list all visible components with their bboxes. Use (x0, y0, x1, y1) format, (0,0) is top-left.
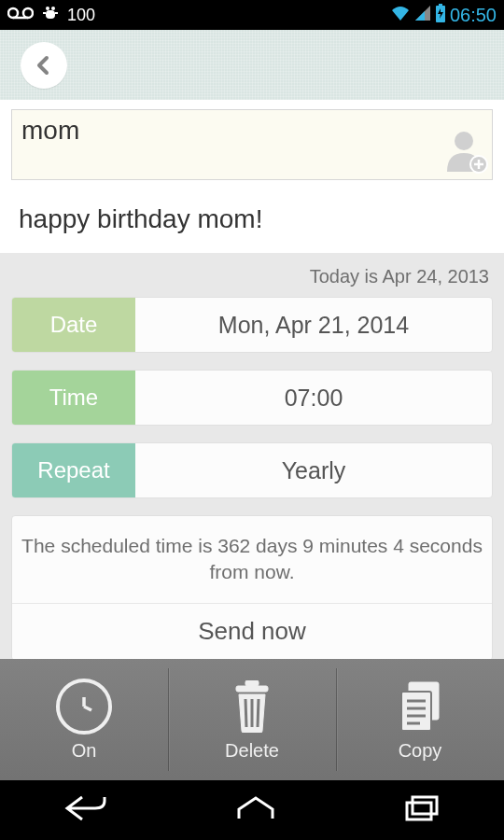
contact-add-icon (441, 127, 488, 174)
time-value: 07:00 (135, 371, 492, 425)
app-header (0, 30, 504, 100)
today-date-label: Today is Apr 24, 2013 (11, 253, 493, 297)
date-row[interactable]: Date Mon, Apr 21, 2014 (11, 297, 493, 353)
content-area: mom happy birthday mom! (0, 100, 504, 253)
clock-icon (56, 679, 112, 735)
nav-back-button[interactable] (63, 793, 108, 827)
wifi-icon (390, 5, 411, 26)
bottom-toolbar: On Delete Copy (0, 659, 504, 780)
svg-rect-27 (407, 803, 431, 819)
toolbar-on-button[interactable]: On (0, 659, 168, 780)
repeat-label: Repeat (12, 443, 135, 497)
battery-icon (435, 4, 446, 27)
add-contact-button[interactable] (441, 127, 488, 174)
svg-line-18 (245, 699, 246, 727)
voicemail-icon (7, 6, 34, 25)
message-input[interactable]: happy birthday mom! (11, 197, 493, 253)
svg-point-1 (23, 8, 33, 18)
android-status-bar: 100 06:50 (0, 0, 504, 30)
time-row[interactable]: Time 07:00 (11, 370, 493, 426)
schedule-countdown-text: The scheduled time is 362 days 9 minutes… (12, 516, 492, 604)
toolbar-copy-button[interactable]: Copy (336, 659, 504, 780)
send-now-button[interactable]: Send now (12, 604, 492, 660)
svg-line-15 (84, 707, 91, 710)
repeat-value: Yearly (135, 443, 492, 497)
chevron-left-icon (33, 54, 55, 77)
trash-icon (224, 679, 280, 735)
svg-point-0 (8, 8, 18, 18)
schedule-info-card: The scheduled time is 362 days 9 minutes… (11, 515, 493, 661)
toolbar-delete-button[interactable]: Delete (168, 659, 336, 780)
svg-rect-5 (46, 10, 55, 19)
signal-icon (414, 5, 431, 26)
time-label: Time (12, 371, 135, 425)
svg-line-20 (258, 699, 259, 727)
svg-rect-8 (439, 4, 442, 6)
svg-point-4 (51, 7, 55, 10)
recipient-text: mom (21, 116, 79, 146)
nav-home-button[interactable] (235, 794, 276, 826)
nav-recent-button[interactable] (403, 793, 441, 827)
svg-point-10 (455, 132, 473, 150)
scheduler-panel: Today is Apr 24, 2013 Date Mon, Apr 21, … (0, 253, 504, 678)
status-battery-text: 100 (67, 6, 95, 25)
svg-rect-28 (413, 797, 437, 814)
date-label: Date (12, 298, 135, 352)
svg-rect-16 (236, 686, 268, 692)
back-button[interactable] (21, 42, 67, 89)
date-value: Mon, Apr 21, 2014 (135, 298, 492, 352)
toolbar-copy-label: Copy (399, 740, 442, 762)
copy-icon (392, 679, 448, 735)
toolbar-delete-label: Delete (225, 740, 279, 762)
toolbar-on-label: On (72, 740, 97, 762)
recipient-field[interactable]: mom (11, 109, 493, 180)
svg-rect-22 (401, 692, 431, 731)
android-debug-icon (41, 4, 60, 27)
svg-point-3 (46, 7, 49, 10)
android-nav-bar (0, 780, 504, 840)
svg-rect-17 (245, 680, 259, 686)
clock-text: 06:50 (450, 5, 497, 26)
repeat-row[interactable]: Repeat Yearly (11, 442, 493, 498)
